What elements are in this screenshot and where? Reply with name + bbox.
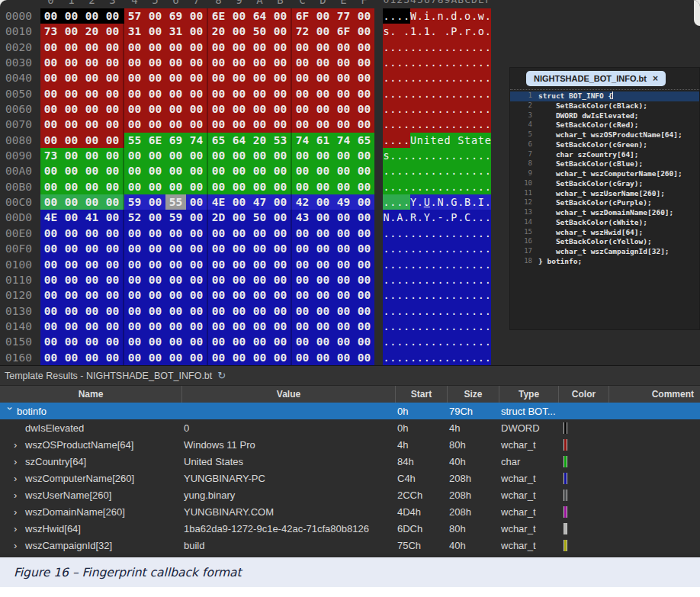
- hex-byte[interactable]: 00: [354, 226, 374, 241]
- ascii-char[interactable]: .: [484, 70, 491, 85]
- ascii-char[interactable]: .: [458, 179, 464, 194]
- ascii-char[interactable]: .: [397, 163, 403, 178]
- ascii-char[interactable]: Y: [410, 194, 417, 210]
- ascii-char[interactable]: .: [464, 257, 471, 272]
- ascii-char[interactable]: .: [484, 40, 491, 55]
- ascii-char[interactable]: .: [383, 303, 390, 319]
- hex-byte[interactable]: 00: [124, 179, 145, 194]
- hex-byte[interactable]: 50: [249, 24, 270, 39]
- ascii-char[interactable]: .: [477, 272, 484, 287]
- hex-byte[interactable]: 00: [102, 117, 123, 132]
- tab-nightshade-bot-info[interactable]: NIGHTSHADE_BOT_INFO.bt ×: [526, 71, 666, 86]
- color-swatch[interactable]: [564, 489, 567, 501]
- ascii-char[interactable]: .: [484, 194, 491, 210]
- ascii-char[interactable]: .: [458, 287, 464, 303]
- ascii-char[interactable]: .: [403, 350, 410, 365]
- table-row-wszDomainName-260-[interactable]: ›wszDomainName[260]YUNGBINARY.COM4D4h208…: [0, 503, 700, 520]
- ascii-char[interactable]: .: [430, 257, 437, 272]
- ascii-char[interactable]: .: [437, 319, 444, 334]
- hex-byte[interactable]: 00: [102, 163, 123, 178]
- hex-byte[interactable]: 00: [40, 303, 61, 319]
- ascii-char[interactable]: .: [423, 117, 430, 132]
- hex-byte[interactable]: 00: [165, 163, 186, 178]
- ascii-char[interactable]: .: [383, 319, 390, 334]
- code-line[interactable]: 15 wchar_t wszHwid[64];: [510, 228, 699, 238]
- hex-byte[interactable]: 00: [186, 40, 207, 55]
- code-line[interactable]: 7 char szCountry[64];: [510, 150, 699, 160]
- code-line[interactable]: 6 SetBackColor(cGreen);: [510, 140, 699, 150]
- hex-byte[interactable]: 00: [40, 101, 61, 117]
- hex-byte[interactable]: 00: [186, 287, 207, 303]
- hex-byte[interactable]: 00: [270, 272, 291, 287]
- ascii-char[interactable]: .: [471, 303, 478, 319]
- code-line[interactable]: 4 SetBackColor(cRed);: [510, 120, 699, 130]
- ascii-char[interactable]: .: [444, 257, 451, 272]
- hex-byte[interactable]: 00: [186, 24, 207, 39]
- hex-byte[interactable]: 64: [229, 133, 249, 148]
- ascii-char[interactable]: .: [471, 319, 478, 334]
- hex-byte[interactable]: 00: [354, 117, 374, 132]
- ascii-char[interactable]: .: [390, 148, 397, 163]
- ascii-char[interactable]: t: [430, 133, 437, 148]
- hex-byte[interactable]: 00: [145, 24, 165, 39]
- ascii-char[interactable]: s: [383, 24, 390, 39]
- color-swatch[interactable]: [564, 540, 567, 551]
- ascii-char[interactable]: .: [410, 226, 417, 241]
- ascii-char[interactable]: .: [471, 148, 478, 163]
- ascii-char[interactable]: .: [397, 194, 403, 210]
- hex-byte[interactable]: 73: [40, 148, 61, 163]
- ascii-char[interactable]: .: [397, 226, 403, 241]
- hex-byte[interactable]: 00: [270, 226, 291, 241]
- hex-byte[interactable]: 00: [249, 272, 270, 287]
- ascii-char[interactable]: .: [430, 226, 437, 241]
- ascii-char[interactable]: .: [397, 117, 403, 132]
- hex-byte[interactable]: 00: [40, 163, 61, 178]
- code-line[interactable]: 9 wchar_t wszComputerName[260];: [510, 169, 699, 179]
- ascii-char[interactable]: .: [423, 272, 430, 287]
- ascii-char[interactable]: .: [430, 24, 437, 39]
- ascii-char[interactable]: .: [423, 86, 430, 101]
- ascii-char[interactable]: .: [416, 24, 423, 39]
- hex-byte[interactable]: 00: [61, 163, 82, 178]
- hex-byte[interactable]: 00: [186, 241, 207, 256]
- hex-byte[interactable]: 00: [333, 210, 354, 225]
- hex-byte[interactable]: 00: [292, 86, 313, 101]
- hex-byte[interactable]: 00: [354, 350, 374, 365]
- ascii-char[interactable]: .: [390, 55, 397, 70]
- ascii-char[interactable]: .: [397, 350, 403, 365]
- ascii-char[interactable]: .: [423, 179, 430, 194]
- ascii-char[interactable]: .: [383, 257, 390, 272]
- hex-byte[interactable]: 41: [82, 210, 102, 225]
- hex-byte[interactable]: 57: [124, 8, 145, 24]
- ascii-char[interactable]: .: [458, 210, 464, 225]
- ascii-char[interactable]: .: [458, 24, 464, 39]
- ascii-char[interactable]: .: [458, 101, 464, 117]
- hex-byte[interactable]: 00: [165, 334, 186, 349]
- ascii-char[interactable]: .: [437, 55, 444, 70]
- ascii-char[interactable]: n: [416, 133, 423, 148]
- hex-byte[interactable]: 00: [292, 241, 313, 256]
- ascii-char[interactable]: .: [410, 70, 417, 85]
- hex-byte[interactable]: 00: [270, 179, 291, 194]
- hex-byte[interactable]: 00: [270, 40, 291, 55]
- ascii-char[interactable]: .: [458, 226, 464, 241]
- ascii-char[interactable]: .: [484, 319, 491, 334]
- hex-byte[interactable]: 00: [186, 350, 207, 365]
- hex-byte[interactable]: 00: [124, 55, 145, 70]
- hex-byte[interactable]: 00: [313, 350, 333, 365]
- ascii-char[interactable]: .: [458, 55, 464, 70]
- hex-byte[interactable]: 00: [354, 101, 374, 117]
- ascii-char[interactable]: .: [383, 350, 390, 365]
- hex-byte[interactable]: 00: [102, 24, 123, 39]
- hex-byte[interactable]: 69: [165, 133, 186, 148]
- hex-byte[interactable]: 00: [82, 163, 102, 178]
- hex-byte[interactable]: 00: [186, 334, 207, 349]
- hex-byte[interactable]: 00: [333, 117, 354, 132]
- hex-byte[interactable]: 61: [313, 133, 333, 148]
- ascii-char[interactable]: .: [471, 226, 478, 241]
- ascii-char[interactable]: .: [484, 148, 491, 163]
- ascii-char[interactable]: .: [403, 319, 410, 334]
- hex-byte[interactable]: 00: [333, 350, 354, 365]
- ascii-char[interactable]: .: [451, 70, 458, 85]
- hex-byte[interactable]: 00: [165, 86, 186, 101]
